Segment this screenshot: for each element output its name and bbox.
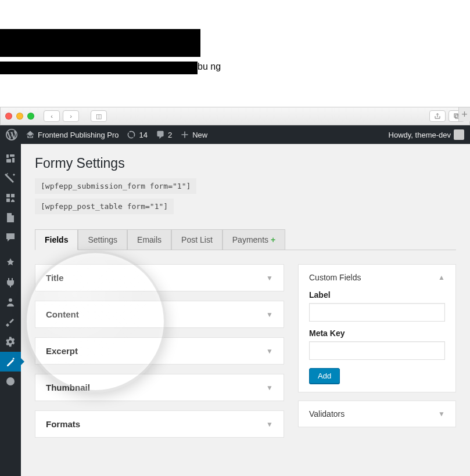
chevron-down-icon: ▼ bbox=[266, 420, 273, 428]
meta-key-input[interactable] bbox=[309, 341, 445, 360]
maximize-window-icon[interactable] bbox=[27, 113, 34, 120]
menu-settings-icon[interactable] bbox=[0, 332, 21, 352]
tab-settings[interactable]: Settings bbox=[78, 229, 127, 250]
menu-fepp-icon[interactable] bbox=[0, 352, 21, 372]
page-subheading: bu ng bbox=[0, 62, 470, 72]
wp-admin-bar: Frontend Publishing Pro 14 2 New Howdy, … bbox=[0, 125, 470, 144]
add-button[interactable]: Add bbox=[309, 368, 340, 384]
settings-tabs: Fields Settings Emails Post List Payment… bbox=[35, 229, 456, 250]
tab-payments[interactable]: Payments+ bbox=[223, 229, 285, 250]
field-label: Thumbnail bbox=[46, 383, 90, 392]
tab-emails[interactable]: Emails bbox=[127, 229, 171, 250]
chevron-down-icon: ▼ bbox=[438, 410, 445, 418]
menu-pages-icon[interactable] bbox=[0, 208, 21, 228]
chevron-up-icon: ▲ bbox=[438, 273, 445, 282]
custom-fields-panel: Custom Fields ▲ Label Meta Key Add bbox=[298, 264, 456, 392]
new-label: New bbox=[192, 131, 207, 139]
forward-button[interactable]: › bbox=[63, 110, 79, 122]
chevron-down-icon: ▼ bbox=[266, 274, 273, 282]
label-input[interactable] bbox=[309, 303, 445, 322]
menu-plugins-icon[interactable] bbox=[0, 273, 21, 293]
panel-toggle[interactable]: Custom Fields ▲ bbox=[309, 273, 445, 282]
menu-comments-icon[interactable] bbox=[0, 228, 21, 247]
new-tab-button[interactable]: + bbox=[458, 107, 470, 121]
panel-toggle[interactable]: Validators ▼ bbox=[309, 409, 445, 419]
menu-dashboard-icon[interactable] bbox=[0, 149, 21, 168]
panel-title: Custom Fields bbox=[309, 273, 361, 282]
close-window-icon[interactable] bbox=[5, 113, 12, 120]
tab-fields[interactable]: Fields bbox=[35, 229, 78, 250]
page-title: Formy Settings bbox=[35, 156, 456, 171]
minimize-window-icon[interactable] bbox=[16, 113, 23, 120]
shortcode-submission: [wpfepp_submission_form form="1"] bbox=[35, 178, 196, 194]
field-label: Title bbox=[46, 273, 64, 283]
site-name-link[interactable]: Frontend Publishing Pro bbox=[26, 130, 119, 139]
menu-appearance-icon[interactable] bbox=[0, 253, 21, 273]
page-heading: er bbox=[0, 29, 470, 57]
comments-count: 2 bbox=[168, 131, 172, 139]
field-label: Content bbox=[46, 309, 79, 319]
site-name-label: Frontend Publishing Pro bbox=[38, 131, 119, 139]
plus-icon: + bbox=[271, 235, 275, 244]
back-button[interactable]: ‹ bbox=[44, 110, 60, 122]
field-row[interactable]: Content▼ bbox=[35, 301, 284, 328]
tab-post-list[interactable]: Post List bbox=[171, 229, 223, 250]
field-row[interactable]: Title▼ bbox=[35, 264, 284, 291]
shortcode-post-table: [wpfepp_post_table form="1"] bbox=[35, 199, 174, 214]
field-row[interactable]: Formats▼ bbox=[35, 410, 284, 438]
label-field-label: Label bbox=[309, 290, 445, 300]
menu-users-icon[interactable] bbox=[0, 293, 21, 312]
field-row[interactable]: Thumbnail▼ bbox=[35, 374, 284, 401]
browser-toolbar: ‹ › ◫ + bbox=[0, 107, 470, 125]
label-meta-key: Meta Key bbox=[309, 329, 445, 338]
menu-collapse-icon[interactable] bbox=[0, 372, 21, 391]
avatar-icon bbox=[454, 129, 464, 140]
svg-rect-0 bbox=[454, 114, 458, 117]
chevron-down-icon: ▼ bbox=[266, 311, 273, 319]
field-label: Formats bbox=[46, 419, 80, 429]
field-label: Excerpt bbox=[46, 346, 78, 356]
admin-sidebar bbox=[0, 144, 21, 476]
sidebar-toggle-icon[interactable]: ◫ bbox=[91, 110, 107, 122]
menu-media-icon[interactable] bbox=[0, 188, 21, 208]
new-content-link[interactable]: New bbox=[180, 130, 207, 139]
menu-posts-icon[interactable] bbox=[0, 168, 21, 188]
main-content: Formy Settings [wpfepp_submission_form f… bbox=[21, 144, 470, 476]
validators-panel: Validators ▼ bbox=[298, 401, 456, 427]
menu-tools-icon[interactable] bbox=[0, 312, 21, 332]
chevron-down-icon: ▼ bbox=[266, 384, 273, 392]
comments-link[interactable]: 2 bbox=[156, 130, 172, 139]
updates-count: 14 bbox=[139, 131, 147, 139]
chevron-down-icon: ▼ bbox=[266, 347, 273, 355]
share-icon[interactable] bbox=[429, 110, 446, 122]
account-link[interactable]: Howdy, theme-dev bbox=[389, 129, 464, 140]
updates-link[interactable]: 14 bbox=[127, 130, 147, 139]
howdy-label: Howdy, theme-dev bbox=[389, 131, 451, 139]
field-row[interactable]: Excerpt▼ bbox=[35, 337, 284, 365]
wp-logo-icon[interactable] bbox=[6, 129, 17, 140]
panel-title: Validators bbox=[309, 409, 345, 419]
